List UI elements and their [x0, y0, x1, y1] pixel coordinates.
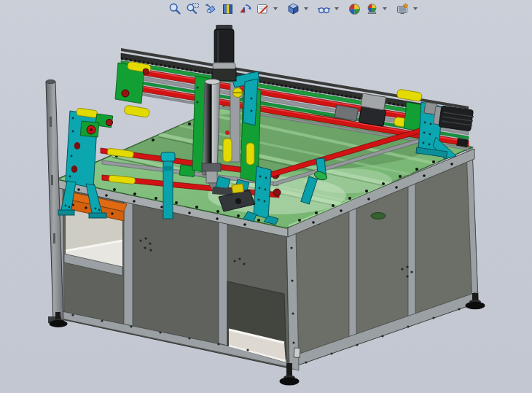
- previous-view-button[interactable]: [201, 1, 219, 17]
- view-orientation-dropdown[interactable]: [271, 1, 279, 17]
- heads-up-view-toolbar: [166, 0, 420, 17]
- teal-pole: [161, 152, 175, 219]
- stepper-motor[interactable]: [212, 25, 236, 81]
- view-orientation-button[interactable]: [254, 1, 271, 17]
- chevron-down-icon: [383, 7, 387, 10]
- hide-show-items-icon: [317, 2, 331, 16]
- section-view-button[interactable]: [219, 1, 236, 17]
- display-style-dropdown[interactable]: [302, 1, 310, 17]
- display-style-button[interactable]: [284, 1, 302, 17]
- solidworks-viewport[interactable]: [0, 0, 532, 393]
- section-view-icon: [221, 2, 235, 16]
- view-settings-icon: [396, 2, 410, 16]
- model-canvas[interactable]: [0, 0, 532, 393]
- zoom-to-fit-button[interactable]: [166, 1, 184, 17]
- rotate-view-icon: [238, 2, 252, 16]
- chevron-down-icon: [273, 7, 278, 10]
- zoom-to-area-icon: [186, 2, 200, 16]
- view-settings-button[interactable]: [394, 1, 411, 17]
- zoom-to-fit-icon: [168, 2, 182, 16]
- edit-appearance-icon: [348, 2, 361, 16]
- apply-scene-icon: [365, 2, 379, 16]
- chevron-down-icon: [335, 7, 339, 10]
- chevron-down-icon: [413, 7, 418, 10]
- rotate-view-button[interactable]: [236, 1, 254, 17]
- hide-show-items-button[interactable]: [315, 1, 332, 17]
- display-style-icon: [286, 2, 300, 16]
- apply-scene-dropdown[interactable]: [380, 1, 388, 17]
- view-orientation-icon: [256, 2, 270, 16]
- zoom-to-area-button[interactable]: [184, 1, 201, 17]
- previous-view-icon: [203, 2, 217, 16]
- apply-scene-button[interactable]: [363, 1, 380, 17]
- chevron-down-icon: [304, 7, 308, 10]
- machine-model[interactable]: [46, 25, 519, 386]
- view-settings-dropdown[interactable]: [411, 1, 419, 17]
- hide-show-items-dropdown[interactable]: [332, 1, 340, 17]
- edit-appearance-button[interactable]: [345, 1, 363, 17]
